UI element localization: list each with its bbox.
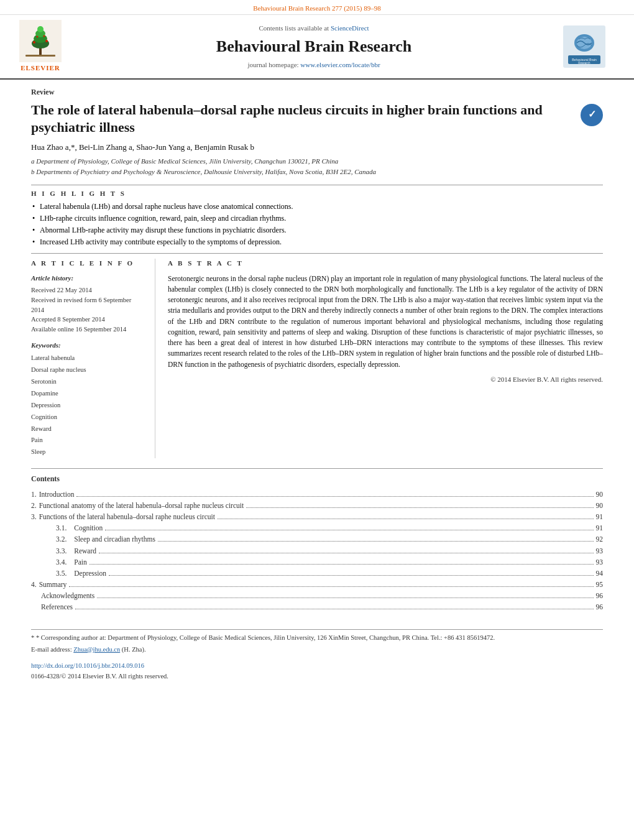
- toc-num-3-5: 3.5.: [56, 568, 67, 578]
- journal-citation: Behavioural Brain Research 277 (2015) 89…: [253, 4, 381, 12]
- highlights-list: Lateral habenula (LHb) and dorsal raphe …: [31, 201, 603, 247]
- abstract-col: A B S T R A C T Serotonergic neurons in …: [168, 259, 603, 458]
- toc-page-4: 95: [596, 579, 604, 589]
- keywords-label: Keywords:: [31, 341, 145, 350]
- toc-page-3-1: 91: [596, 523, 604, 533]
- svg-point-8: [45, 40, 48, 42]
- corresponding-asterisk: *: [31, 634, 36, 641]
- toc-dots-4: [69, 586, 593, 587]
- toc-row-ack: Acknowledgments 96: [31, 591, 603, 601]
- abstract-text: Serotonergic neurons in the dorsal raphe…: [168, 274, 603, 370]
- svg-point-10: [44, 35, 45, 37]
- elsevier-logo: ELSEVIER: [12, 20, 68, 73]
- footer-notes: * * Corresponding author at: Department …: [31, 629, 603, 654]
- toc-dots-3-1: [105, 530, 593, 530]
- toc-row-3-1: 3.1. Cognition 91: [31, 523, 603, 533]
- journal-header: ELSEVIER Contents lists available at Sci…: [0, 15, 634, 79]
- article-type-label: Review: [31, 87, 603, 98]
- toc-row-3-5: 3.5. Depression 94: [31, 568, 603, 578]
- received-date: Received 22 May 2014: [31, 285, 145, 295]
- article-info-col: A R T I C L E I N F O Article history: R…: [31, 259, 155, 458]
- abstract-header: A B S T R A C T: [168, 259, 603, 268]
- toc-label-2: Functional anatomy of the lateral habenu…: [39, 501, 244, 510]
- svg-rect-6: [25, 55, 55, 57]
- authors-line: Hua Zhao a,*, Bei-Lin Zhang a, Shao-Jun …: [31, 142, 603, 153]
- affiliations-block: a Department of Physiology, College of B…: [31, 157, 603, 177]
- toc-num-3-4: 3.4.: [56, 557, 67, 567]
- email-suffix: (H. Zha).: [122, 646, 146, 653]
- corresponding-author-note: * * Corresponding author at: Department …: [31, 634, 603, 643]
- highlights-header: H I G H L I G H T S: [31, 185, 603, 198]
- toc-dots-3-5: [109, 575, 594, 576]
- highlight-item-4: Increased LHb activity may contribute es…: [31, 237, 603, 247]
- toc-dots-ack: [97, 598, 593, 598]
- crossmark-badge-icon: ✓: [581, 104, 603, 126]
- keyword-2: Dorsal raphe nucleus: [31, 364, 145, 376]
- article-title-row: The role of lateral habenula–dorsal raph…: [31, 101, 603, 137]
- toc-label-3: Functions of the lateral habenula–dorsal…: [39, 512, 215, 522]
- toc-num-1: 1.: [31, 489, 37, 499]
- keyword-7: Reward: [31, 423, 145, 435]
- toc-row-3-3: 3.3. Reward 93: [31, 546, 603, 556]
- toc-num-3-2: 3.2.: [56, 534, 67, 544]
- email-label: E-mail address:: [31, 646, 72, 653]
- journal-main-title: Behavioural Brain Research: [75, 35, 553, 58]
- email-link[interactable]: Zhua@jhu.edu.cn: [73, 646, 120, 653]
- svg-point-5: [37, 26, 44, 32]
- toc-label-ack: Acknowledgments: [41, 591, 94, 601]
- toc-page-3-3: 93: [596, 546, 604, 556]
- toc-label-3-5: Depression: [74, 568, 106, 578]
- page: Behavioural Brain Research 277 (2015) 89…: [0, 0, 634, 840]
- toc-row-1: 1. Introduction 90: [31, 489, 603, 499]
- journal-homepage-line: journal homepage: www.elsevier.com/locat…: [75, 60, 553, 70]
- toc-dots-1: [76, 496, 593, 497]
- toc-page-3-5: 94: [596, 568, 604, 578]
- keyword-4: Dopamine: [31, 388, 145, 400]
- keyword-6: Cognition: [31, 412, 145, 423]
- journal-logo-right: Behavioural Brain Research: [559, 25, 609, 68]
- toc-dots-2: [246, 507, 593, 508]
- toc-row-ref: References 96: [31, 602, 603, 612]
- keyword-1: Lateral habenula: [31, 353, 145, 364]
- available-date: Available online 16 September 2014: [31, 325, 145, 335]
- brain-research-logo-icon: Behavioural Brain Research: [563, 25, 605, 68]
- article-dates: Received 22 May 2014 Received in revised…: [31, 285, 145, 335]
- toc-dots-3: [218, 519, 594, 519]
- highlight-item-1: Lateral habenula (LHb) and dorsal raphe …: [31, 201, 603, 212]
- toc-label-3-4: Pain: [74, 557, 86, 567]
- highlight-item-3: Abnormal LHb-raphe activity may disrupt …: [31, 225, 603, 236]
- toc-label-3-2: Sleep and circadian rhythms: [74, 534, 155, 544]
- doi-link[interactable]: http://dx.doi.org/10.1016/j.bbr.2014.09.…: [31, 662, 603, 671]
- article-info-abstract-row: A R T I C L E I N F O Article history: R…: [31, 253, 603, 458]
- toc-dots-3-4: [90, 564, 594, 565]
- toc-label-3-1: Cognition: [74, 523, 103, 533]
- toc-page-1: 90: [596, 489, 604, 499]
- toc-label-1: Introduction: [39, 489, 75, 499]
- main-content: Review The role of lateral habenula–dors…: [0, 80, 634, 655]
- toc-page-3-2: 92: [596, 534, 604, 544]
- toc-num-2: 2.: [31, 501, 37, 510]
- journal-bar: Behavioural Brain Research 277 (2015) 89…: [0, 0, 634, 15]
- keyword-8: Pain: [31, 435, 145, 446]
- toc-page-3: 91: [596, 512, 604, 522]
- toc-page-ack: 96: [596, 591, 604, 601]
- journal-homepage-link[interactable]: www.elsevier.com/locate/bbr: [300, 61, 380, 68]
- toc-dots-3-2: [158, 541, 594, 542]
- journal-title-area: Contents lists available at ScienceDirec…: [75, 24, 553, 70]
- toc-label-3-3: Reward: [74, 546, 96, 556]
- toc-num-3-3: 3.3.: [56, 546, 67, 556]
- authors-text: Hua Zhao a,*, Bei-Lin Zhang a, Shao-Jun …: [31, 142, 254, 152]
- issn-line: 0166-4328/© 2014 Elsevier B.V. All right…: [31, 673, 168, 680]
- toc-page-2: 90: [596, 501, 604, 510]
- accepted-date: Accepted 8 September 2014: [31, 315, 145, 325]
- contents-title: Contents: [31, 474, 603, 484]
- toc-row-2: 2. Functional anatomy of the lateral hab…: [31, 501, 603, 510]
- keywords-list: Lateral habenula Dorsal raphe nucleus Se…: [31, 353, 145, 458]
- toc-row-4: 4. Summary 95: [31, 579, 603, 589]
- keyword-5: Depression: [31, 400, 145, 412]
- toc-dots-ref: [75, 609, 593, 609]
- toc-row-3: 3. Functions of the lateral habenula–dor…: [31, 512, 603, 522]
- toc-row-3-4: 3.4. Pain 93: [31, 557, 603, 567]
- svg-point-9: [37, 36, 39, 38]
- sciencedirect-link[interactable]: ScienceDirect: [331, 24, 369, 32]
